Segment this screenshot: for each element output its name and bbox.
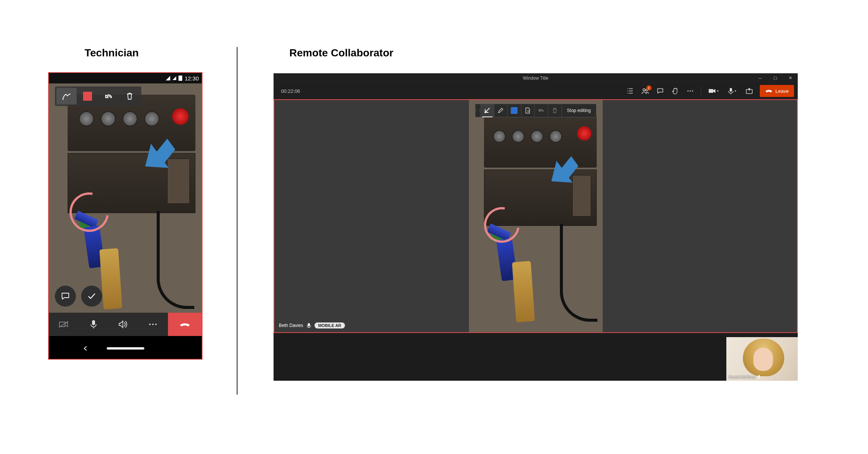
phone-nav-bar <box>49 336 202 360</box>
undo-button[interactable] <box>98 88 119 104</box>
roster-button[interactable] <box>623 85 637 97</box>
participant-mic-icon <box>306 323 312 328</box>
mic-toggle-button[interactable] <box>79 313 108 336</box>
teams-window: Window Title ─ ▢ ✕ 00:22:06 2 ▾ ▾ <box>274 73 798 381</box>
pen-tool-button[interactable] <box>494 104 508 117</box>
teams-toolbar: 00:22:06 2 ▾ ▾ Leave <box>274 83 798 99</box>
insert-file-button[interactable] <box>521 104 535 117</box>
phone-float-actions <box>55 286 102 307</box>
svg-point-8 <box>692 90 693 91</box>
window-title: Window Title <box>523 76 548 81</box>
color-button[interactable] <box>508 104 521 117</box>
camera-toggle-button[interactable] <box>49 313 79 336</box>
undo-annotation-button[interactable] <box>535 104 548 117</box>
people-button[interactable]: 2 <box>638 85 652 97</box>
window-minimize-button[interactable]: ─ <box>753 73 768 83</box>
more-actions-button[interactable] <box>683 85 697 97</box>
svg-rect-9 <box>730 88 732 92</box>
drag-handle[interactable]: ⋮⋮ <box>475 104 481 117</box>
call-timer: 00:22:06 <box>277 88 300 94</box>
people-badge: 2 <box>646 85 652 91</box>
teams-bottom-bar: Krystal McKinny <box>274 333 798 381</box>
status-time: 12:30 <box>184 75 199 82</box>
hangup-button[interactable] <box>168 313 202 336</box>
nav-back-button[interactable] <box>83 346 88 351</box>
leave-button[interactable]: Leave <box>760 85 794 97</box>
svg-point-2 <box>152 324 154 325</box>
phone-call-bar <box>49 313 202 336</box>
window-close-button[interactable]: ✕ <box>783 73 798 83</box>
svg-rect-12 <box>308 323 310 326</box>
arrow-tool-button[interactable] <box>481 104 494 117</box>
shared-content <box>469 100 603 332</box>
svg-point-1 <box>149 324 151 325</box>
phone-status-bar: 12:30 <box>49 73 202 83</box>
self-mic-icon <box>757 375 761 379</box>
svg-point-11 <box>484 112 486 113</box>
svg-point-3 <box>155 324 157 325</box>
svg-point-6 <box>687 90 688 91</box>
chat-panel-button[interactable] <box>653 85 667 97</box>
divider <box>237 47 237 395</box>
nav-home-pill[interactable] <box>107 347 144 350</box>
phone-ar-toolbar <box>55 86 141 106</box>
machine-photo <box>49 83 202 313</box>
confirm-button[interactable] <box>81 286 102 307</box>
raise-hand-button[interactable] <box>668 85 682 97</box>
remote-heading: Remote Collaborator <box>289 47 393 59</box>
signal-icon <box>166 76 170 80</box>
camera-button[interactable]: ▾ <box>705 85 723 97</box>
delete-button[interactable] <box>119 88 140 104</box>
wifi-icon <box>172 76 176 80</box>
stop-editing-button[interactable]: Stop editing <box>562 104 596 117</box>
share-button[interactable] <box>742 85 756 97</box>
self-view-name: Krystal McKinny <box>729 375 756 379</box>
speaker-button[interactable] <box>109 313 138 336</box>
participant-name: Beth Davies <box>279 323 303 328</box>
delete-annotation-button[interactable] <box>548 104 562 117</box>
more-options-button[interactable] <box>138 313 168 336</box>
svg-point-4 <box>643 89 645 91</box>
mic-button[interactable]: ▾ <box>723 85 741 97</box>
participant-mode-pill: MOBILE AR <box>315 322 345 328</box>
svg-rect-0 <box>92 320 95 325</box>
leave-label: Leave <box>776 88 789 94</box>
call-stage: ⋮⋮ Stop editing Beth Davies MOBILE AR <box>274 99 798 333</box>
phone-camera-view <box>49 83 202 313</box>
chat-button[interactable] <box>55 286 76 307</box>
svg-rect-13 <box>758 375 760 377</box>
svg-point-7 <box>690 90 691 91</box>
technician-phone: 12:30 <box>48 72 203 360</box>
participant-overlay: Beth Davies MOBILE AR <box>279 322 345 328</box>
self-view[interactable]: Krystal McKinny <box>726 337 798 381</box>
draw-tool-button[interactable] <box>56 88 77 104</box>
window-maximize-button[interactable]: ▢ <box>768 73 783 83</box>
window-titlebar: Window Title ─ ▢ ✕ <box>274 73 798 83</box>
color-picker-button[interactable] <box>77 88 98 104</box>
annotation-toolbar: ⋮⋮ Stop editing <box>475 104 596 117</box>
technician-heading: Technician <box>85 47 139 59</box>
battery-icon <box>178 76 182 81</box>
